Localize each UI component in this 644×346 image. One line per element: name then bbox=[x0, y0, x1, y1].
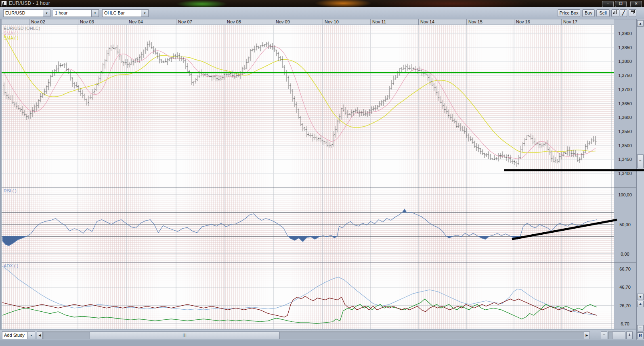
date-axis: Nov 02Nov 03Nov 04Nov 07Nov 08Nov 09Nov … bbox=[2, 19, 614, 25]
rsi-panel-label: RSI ( ) bbox=[4, 188, 17, 193]
chart-plot-area[interactable] bbox=[2, 25, 614, 329]
chevron-down-icon[interactable]: ▼ bbox=[141, 10, 148, 17]
vertical-scrollbar[interactable] bbox=[636, 19, 644, 340]
zoom-in-button[interactable]: + bbox=[637, 301, 644, 307]
app-icon bbox=[1, 1, 7, 6]
chevron-down-icon[interactable]: ▼ bbox=[91, 10, 99, 17]
restore-button[interactable]: ❐ bbox=[615, 1, 627, 7]
chart-type-select-value: OHLC Bar bbox=[104, 10, 141, 15]
chevron-down-icon[interactable]: ▼ bbox=[43, 10, 50, 17]
cascade-windows-icon bbox=[630, 10, 635, 15]
price-axis-label: 1,3700 bbox=[614, 87, 636, 92]
adx-axis-label: 6,70 bbox=[614, 321, 636, 326]
price-axis-label: 1,3600 bbox=[614, 115, 636, 120]
window-title: EUR/USD - 1 hour bbox=[9, 0, 50, 6]
adx-axis-label: 26,70 bbox=[614, 303, 636, 308]
zoom-out-button[interactable]: − bbox=[637, 325, 644, 331]
app-window: EUR/USD - 1 hour – ❐ ✕ EUR/USD ▼ 1 hour … bbox=[0, 0, 644, 346]
date-label: Nov 14 bbox=[418, 19, 468, 25]
bottom-bar: Add Study ▼ ◀ ||| ▶ − + bbox=[0, 330, 636, 340]
price-axis-label: 1,3850 bbox=[614, 45, 636, 50]
h-zoom-out-button[interactable]: − bbox=[601, 331, 607, 339]
add-study-label: Add Study bbox=[4, 333, 27, 338]
close-button[interactable]: ✕ bbox=[630, 1, 642, 7]
symbol-select-value: EUR/USD bbox=[5, 10, 43, 15]
date-label: Nov 04 bbox=[127, 19, 176, 25]
price-box-button[interactable]: Price Box bbox=[558, 9, 580, 17]
price-axis-label: 1,3800 bbox=[614, 59, 636, 64]
h-zoom-in-button[interactable]: + bbox=[626, 331, 633, 339]
legend-sma-fast-label: SMA ( ) bbox=[4, 31, 19, 35]
price-axis-label: 1,3650 bbox=[614, 101, 636, 106]
rsi-axis-label: 50,00 bbox=[614, 222, 636, 227]
v-scroll-thumb[interactable]: ≡ bbox=[637, 154, 644, 168]
minimize-button[interactable]: – bbox=[602, 1, 614, 7]
sell-button[interactable]: Sell bbox=[596, 9, 610, 17]
interval-select-value: 1 hour bbox=[55, 10, 91, 15]
rsi-axis-label: 0,00 bbox=[614, 252, 636, 256]
legend-sma-slow-label: SMA ( ) bbox=[4, 35, 19, 40]
h-scroll-thumb[interactable]: ||| bbox=[90, 331, 280, 339]
volume-bars-tool-button[interactable] bbox=[611, 9, 619, 17]
interval-select[interactable]: 1 hour ▼ bbox=[53, 9, 99, 17]
date-label: Nov 11 bbox=[370, 19, 420, 25]
date-label: Nov 16 bbox=[514, 19, 564, 25]
price-axis-label: 1,3550 bbox=[614, 129, 636, 134]
adx-axis-label: 46,70 bbox=[614, 285, 636, 290]
date-label: Nov 07 bbox=[176, 19, 226, 25]
scroll-right-button[interactable]: ▶ bbox=[584, 331, 590, 339]
price-axis-label: 1,3500 bbox=[614, 143, 636, 148]
buy-button[interactable]: Buy bbox=[582, 9, 595, 17]
titlebar: EUR/USD - 1 hour – ❐ ✕ bbox=[0, 0, 644, 7]
scroll-left-button[interactable]: ◀ bbox=[37, 331, 43, 339]
scroll-up-button[interactable]: ▲ bbox=[637, 20, 644, 27]
chart-type-select[interactable]: OHLC Bar ▼ bbox=[102, 9, 149, 17]
rsi-axis-label: 100,00 bbox=[614, 192, 636, 197]
adx-panel-label: ADX ( ) bbox=[4, 263, 18, 268]
add-study-dropdown[interactable]: Add Study ▼ bbox=[2, 331, 35, 339]
date-label: Nov 15 bbox=[466, 19, 516, 25]
toolbar: EUR/USD ▼ 1 hour ▼ OHLC Bar ▼ Price Box … bbox=[0, 7, 644, 19]
chevron-down-icon[interactable]: ▼ bbox=[27, 332, 35, 339]
price-axis[interactable]: 1,39001,38501,38001,37501,37001,36501,36… bbox=[614, 19, 636, 329]
adx-axis-label: 66,70 bbox=[614, 267, 636, 271]
cascade-windows-button[interactable] bbox=[629, 9, 636, 17]
date-label: Nov 09 bbox=[274, 19, 323, 25]
date-label: Nov 08 bbox=[225, 19, 275, 25]
price-axis-label: 1,3750 bbox=[614, 73, 636, 78]
trendline-tool-button[interactable]: ╱ bbox=[620, 9, 627, 17]
legend-symbol-label: EUR/USD (OHLC) bbox=[4, 26, 40, 31]
price-axis-label: 1,3400 bbox=[614, 171, 636, 176]
price-axis-label: 1,3900 bbox=[614, 31, 636, 36]
price-axis-label: 1,3450 bbox=[614, 157, 636, 162]
volume-bars-icon bbox=[613, 10, 618, 15]
date-label: Nov 03 bbox=[78, 19, 128, 25]
date-label: Nov 10 bbox=[323, 19, 372, 25]
reset-button[interactable]: R bbox=[637, 332, 644, 339]
date-label: Nov 02 bbox=[29, 19, 79, 25]
symbol-select[interactable]: EUR/USD ▼ bbox=[3, 9, 50, 17]
window-bottom-edge bbox=[0, 340, 644, 346]
scroll-down-button[interactable]: ▼ bbox=[637, 294, 644, 300]
h-zoom-thumb[interactable] bbox=[612, 331, 625, 339]
date-label: Nov 17 bbox=[561, 19, 611, 25]
